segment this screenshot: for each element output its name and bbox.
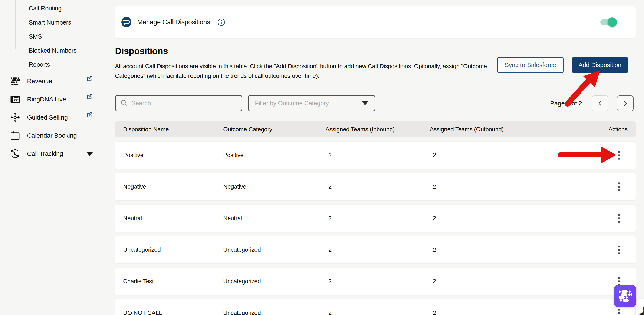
newspaper-icon [10, 94, 20, 104]
previous-page-button[interactable] [592, 96, 608, 111]
filter-placeholder: Filter by Outcome Category [255, 100, 329, 107]
sidebar-item-label: SMS [29, 33, 42, 40]
sidebar-indent-line [15, 0, 16, 49]
manage-dispositions-toggle[interactable] [600, 18, 617, 27]
next-page-button[interactable] [617, 96, 634, 111]
sidebar-item-label: Blocked Numbers [29, 47, 76, 54]
sidebar-item-ringdna-live[interactable]: RingDNA Live [10, 90, 104, 108]
cell-outcome-category: Positive [223, 152, 326, 159]
chat-bubble-icon [121, 17, 132, 28]
page-description: All account Call Dispositions are visibl… [115, 61, 518, 81]
cell-outbound-teams: 2 [430, 246, 549, 253]
pagination: Page 1 of 2 [550, 96, 634, 111]
table-row: Negative Negative 2 2 [115, 173, 636, 200]
sidebar-item-label: Call Routing [29, 5, 62, 12]
sidebar-item-smart-numbers[interactable]: Smart Numbers [29, 15, 76, 30]
cell-disposition-name: Positive [123, 152, 223, 159]
sidebar: Call Routing Smart Numbers SMS Blocked N… [0, 0, 115, 315]
sidebar-sub-list: Call Routing Smart Numbers SMS Blocked N… [29, 1, 76, 72]
sidebar-item-guided-selling[interactable]: Guided Selling [10, 108, 104, 126]
cell-outbound-teams: 2 [430, 183, 549, 190]
cell-disposition-name: Charlie Test [123, 278, 223, 285]
cell-outbound-teams: 2 [430, 215, 549, 222]
manage-call-dispositions-card: Manage Call Dispositions [115, 6, 636, 38]
sidebar-item-label: Revenue [27, 78, 52, 85]
screen: Call Routing Smart Numbers SMS Blocked N… [0, 0, 644, 315]
search-box [115, 95, 242, 111]
phone-tracking-icon [10, 149, 20, 159]
corner-widget-glyph [639, 306, 644, 315]
cell-outcome-category: Negative [223, 183, 326, 190]
external-link-icon [86, 112, 93, 118]
cell-inbound-teams: 2 [326, 309, 430, 315]
cell-disposition-name: Negative [123, 183, 223, 190]
row-actions-kebab[interactable] [617, 150, 621, 161]
sidebar-item-blocked-numbers[interactable]: Blocked Numbers [29, 44, 76, 58]
sidebar-item-label: RingDNA Live [27, 96, 66, 103]
sidebar-item-call-routing[interactable]: Call Routing [29, 1, 76, 15]
chevron-down-icon [86, 152, 93, 156]
manage-card-title: Manage Call Dispositions [137, 18, 210, 26]
row-actions-kebab[interactable] [617, 244, 621, 255]
cell-outcome-category: Uncategorized [223, 278, 326, 285]
sidebar-item-reports[interactable]: Reports [29, 58, 76, 72]
column-header-name: Disposition Name [123, 126, 223, 133]
cell-outbound-teams: 2 [430, 152, 549, 159]
cell-outcome-category: Uncategorized [223, 309, 326, 315]
sidebar-item-label: Calendar Booking [27, 132, 77, 139]
cell-outbound-teams: 2 [430, 278, 549, 285]
column-header-actions: Actions [608, 126, 628, 133]
table-row: Neutral Neutral 2 2 [115, 205, 636, 232]
caret-down-icon [362, 101, 368, 105]
sidebar-item-label: Call Tracking [27, 150, 63, 157]
search-icon [120, 100, 128, 107]
info-icon[interactable] [218, 18, 225, 26]
search-input[interactable] [132, 100, 237, 107]
sidebar-item-label: Guided Selling [27, 114, 68, 121]
row-actions-kebab[interactable] [617, 181, 621, 192]
sync-to-salesforce-button[interactable]: Sync to Salesforce [497, 57, 564, 73]
sidebar-item-label: Smart Numbers [29, 19, 71, 26]
add-disposition-button[interactable]: Add Disposition [572, 57, 628, 73]
cell-inbound-teams: 2 [326, 278, 430, 285]
row-actions-kebab[interactable] [617, 307, 621, 315]
table-header: Disposition Name Outcome Category Assign… [115, 121, 636, 137]
cell-inbound-teams: 2 [326, 152, 430, 159]
move-icon [10, 113, 20, 122]
table-row: Charlie Test Uncategorized 2 2 [115, 268, 636, 295]
row-actions-kebab[interactable] [617, 213, 621, 224]
toggle-knob [608, 18, 617, 27]
sidebar-main-list: Revenue [10, 72, 104, 163]
cell-outcome-category: Neutral [223, 215, 326, 222]
sidebar-item-call-tracking[interactable]: Call Tracking [10, 145, 104, 163]
pagination-label: Page 1 of 2 [550, 100, 582, 107]
column-header-outbound: Assigned Teams (Outbound) [430, 126, 549, 133]
page-title: Dispositions [115, 46, 168, 56]
table-row: DO NOT CALL Uncategorized 2 2 [115, 299, 636, 315]
cell-inbound-teams: 2 [326, 246, 430, 253]
external-link-icon [86, 76, 93, 82]
table-row: Positive Positive 2 2 [115, 142, 636, 169]
revenue-logo-icon [10, 76, 20, 86]
cell-disposition-name: Neutral [123, 215, 223, 222]
sidebar-item-calendar-booking[interactable]: Calendar Booking [10, 126, 104, 145]
sidebar-item-revenue[interactable]: Revenue [10, 72, 104, 90]
cell-inbound-teams: 2 [326, 215, 430, 222]
revenue-chat-launcher[interactable] [614, 285, 636, 307]
cell-outbound-teams: 2 [430, 309, 549, 315]
cell-outcome-category: Uncategorized [223, 246, 326, 253]
outcome-category-filter[interactable]: Filter by Outcome Category [248, 95, 375, 111]
revenue-logo-icon [618, 289, 632, 303]
calendar-icon [10, 131, 20, 140]
sidebar-item-sms[interactable]: SMS [29, 30, 76, 44]
cell-disposition-name: DO NOT CALL [123, 309, 223, 315]
cell-disposition-name: Uncategorized [123, 246, 223, 253]
column-header-category: Outcome Category [223, 126, 326, 133]
actions-row: Sync to Salesforce Add Disposition [497, 57, 628, 73]
sidebar-item-label: Reports [29, 61, 50, 68]
external-link-icon [86, 94, 93, 100]
column-header-inbound: Assigned Teams (Inbound) [326, 126, 430, 133]
table-row: Uncategorized Uncategorized 2 2 [115, 236, 636, 263]
cell-inbound-teams: 2 [326, 183, 430, 190]
